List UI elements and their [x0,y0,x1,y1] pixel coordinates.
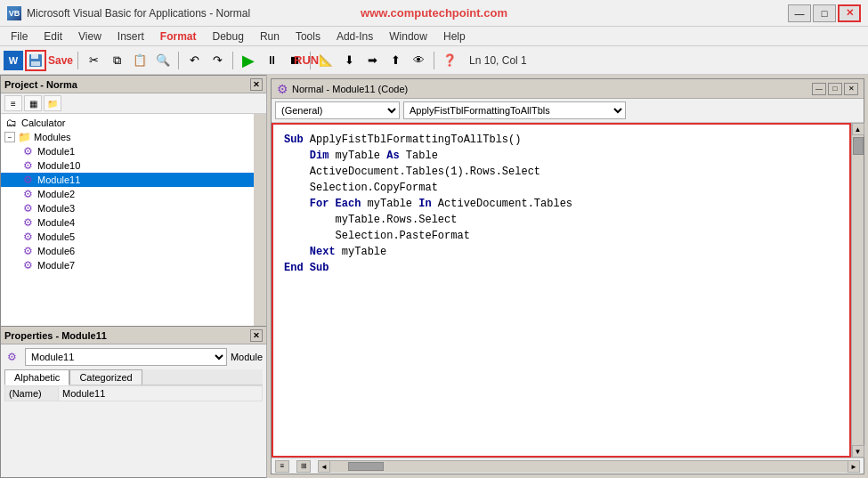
code-statusbar: ≡ ⊞ ◄ ► [272,458,864,474]
menu-bar: File Edit View Insert Format Debug Run T… [0,27,868,46]
code-maximize-button[interactable]: □ [828,83,842,95]
cut-button[interactable]: ✂ [83,50,104,71]
code-minimize-button[interactable]: — [812,83,826,95]
menu-window[interactable]: Window [382,28,434,45]
module6-icon: ⚙ [20,245,35,257]
tree-item-module11[interactable]: ⚙ Module11 [1,173,254,187]
properties-close-button[interactable]: ✕ [250,329,263,342]
tree-label-module1: Module1 [37,146,75,157]
properties-panel-header: Properties - Module11 ✕ [1,327,266,344]
stepout-button[interactable]: ⬆ [385,50,406,71]
tree-label-module2: Module2 [37,189,75,199]
module4-icon: ⚙ [20,216,35,229]
props-name-value[interactable]: Module11 [59,386,263,401]
menu-insert[interactable]: Insert [110,28,151,45]
menu-edit[interactable]: Edit [37,28,69,45]
pause-button[interactable]: ⏸ [261,50,282,71]
tree-item-module1[interactable]: ⚙ Module1 [1,144,254,158]
hscroll-thumb[interactable] [348,462,384,471]
maximize-button[interactable]: □ [813,4,836,22]
separator1 [77,52,78,69]
run-button[interactable]: ▶ [238,50,259,71]
save-button[interactable] [25,50,46,71]
module3-icon: ⚙ [20,202,35,215]
menu-format[interactable]: Format [153,28,204,45]
code-vertical-scrollbar[interactable]: ▲ ▼ [851,123,864,458]
stepover-button[interactable]: ➡ [361,50,383,71]
close-button[interactable]: ✕ [838,4,861,22]
props-table: (Name) Module11 [4,385,263,401]
undo-button[interactable]: ↶ [183,50,205,71]
tree-item-module2[interactable]: ⚙ Module2 [1,187,254,201]
module-type-label: Module [231,352,263,362]
tree-item-module7[interactable]: ⚙ Module7 [1,258,254,272]
module10-icon: ⚙ [20,159,35,172]
code-editor: Sub ApplyFistTblFormattingToAllTbls() Di… [272,123,864,458]
expand-modules-icon: − [4,132,15,142]
view-proc-button[interactable]: ≡ [275,460,289,473]
menu-view[interactable]: View [71,28,109,45]
code-line-7: Selection.PasteFormat [284,228,839,244]
tree-item-module5[interactable]: ⚙ Module5 [1,230,254,244]
minimize-button[interactable]: — [788,4,811,22]
code-window: ⚙ Normal - Module11 (Code) — □ ✕ (Genera… [271,78,864,474]
stepinto-button[interactable]: ⬇ [338,50,360,71]
menu-tools[interactable]: Tools [288,28,328,45]
help-button[interactable]: ❓ [439,50,460,71]
tree-item-module6[interactable]: ⚙ Module6 [1,244,254,258]
separator5 [434,52,434,69]
find-button[interactable]: 🔍 [152,50,174,71]
watch-button[interactable]: 👁 [408,50,429,71]
code-line-6: myTable.Rows.Select [284,212,839,228]
tab-alphabetic[interactable]: Alphabetic [4,369,69,385]
code-close-button[interactable]: ✕ [844,83,858,95]
tree-item-module4[interactable]: ⚙ Module4 [1,215,254,230]
tree-item-modules[interactable]: − 📁 Modules [1,130,254,144]
menu-help[interactable]: Help [436,28,473,45]
copy-button[interactable]: ⧉ [106,50,127,71]
redo-button[interactable]: ↷ [207,50,228,71]
tree-item-calculator[interactable]: 🗂 Calculator [1,116,254,130]
paste-button[interactable]: 📋 [129,50,150,71]
horizontal-scrollbar[interactable]: ◄ ► [318,460,860,473]
general-dropdown[interactable]: (General) [275,101,400,119]
left-panel: Project - Norma ✕ ≡ ▦ 📁 🗂 Calculator − [0,75,267,478]
svg-rect-2 [31,61,40,66]
props-name-label: (Name) [5,386,59,401]
code-content[interactable]: Sub ApplyFistTblFormattingToAllTbls() Di… [272,123,851,458]
svg-rect-1 [31,54,38,59]
menu-file[interactable]: File [4,28,35,45]
toggle-folders-button[interactable]: 📁 [44,95,61,111]
tree-label-module11: Module11 [37,174,80,185]
menu-debug[interactable]: Debug [206,28,251,45]
module5-icon: ⚙ [20,231,35,243]
module-select-row: ⚙ Module11 Module [4,348,263,366]
view-form-button[interactable]: ▦ [24,95,42,111]
title-bar-left: VB Microsoft Visual Basic for Applicatio… [7,6,250,20]
hscroll-left-arrow[interactable]: ◄ [318,460,330,473]
code-window-icon: ⚙ [277,82,288,96]
tree-item-module10[interactable]: ⚙ Module10 [1,158,254,173]
scroll-up-arrow[interactable]: ▲ [852,123,864,135]
module-type-select[interactable]: Module11 [25,348,227,366]
tree-label-calculator: Calculator [21,117,66,128]
view-code-button[interactable]: ≡ [4,95,22,111]
scroll-thumb[interactable] [853,137,864,155]
hscroll-right-arrow[interactable]: ► [848,460,860,473]
tree-item-module3[interactable]: ⚙ Module3 [1,201,254,215]
project-close-button[interactable]: ✕ [250,78,263,91]
scroll-down-arrow[interactable]: ▼ [852,445,864,458]
project-scrollbar[interactable] [254,114,266,326]
code-line-5: For Each myTable In ActiveDocument.Table… [284,196,839,212]
procedure-dropdown[interactable]: ApplyFistTblFormattingToAllTbls [403,101,626,119]
module11-icon: ⚙ [20,174,35,186]
view-full-button[interactable]: ⊞ [296,460,311,473]
tree-label-module10: Module10 [37,160,80,171]
menu-addins[interactable]: Add-Ins [329,28,380,45]
tree-label-module6: Module6 [37,246,75,256]
tab-categorized[interactable]: Categorized [69,369,142,385]
project-tree: 🗂 Calculator − 📁 Modules ⚙ Module1 [1,114,254,326]
code-line-2: Dim myTable As Table [284,148,839,164]
word-icon-button[interactable]: W [4,51,23,70]
menu-run[interactable]: Run [253,28,287,45]
